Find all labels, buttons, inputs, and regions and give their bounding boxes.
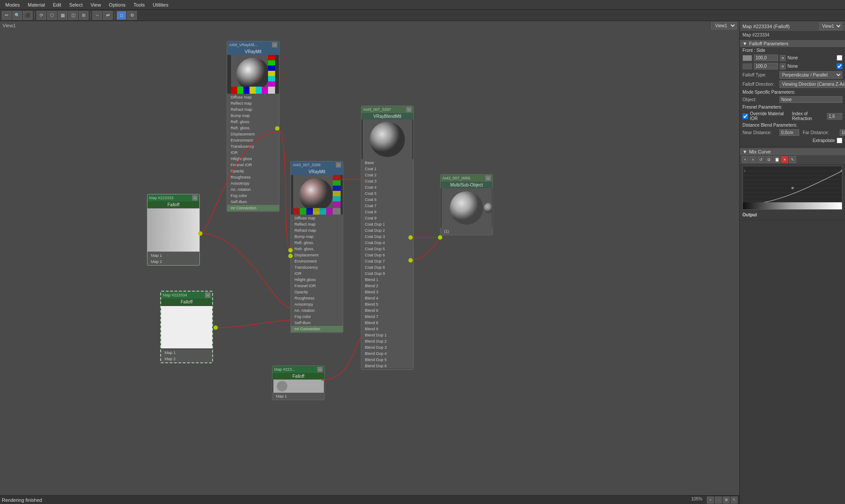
slot-an-rotation-1[interactable]: An. rotation [227, 186, 279, 193]
slot-coat1[interactable]: Coat 1 [361, 166, 413, 172]
slot-coat9[interactable]: Coat 9 [361, 215, 413, 221]
slot-anisotropy-1[interactable]: Anisotropy [227, 180, 279, 186]
slot-blend5[interactable]: Blend 5 [361, 301, 413, 307]
mix-curve-area[interactable]: 1 0 [742, 166, 842, 210]
slot-refract-map-2[interactable]: Refract map [291, 227, 343, 234]
menu-modes[interactable]: Modes [2, 1, 23, 8]
slot-coat3[interactable]: Coat 3 [361, 178, 413, 184]
slot-coat-dup4[interactable]: Coat Dup 4 [361, 240, 413, 246]
node-blendmtl[interactable]: AI43_007_0297 ─ VRayBlendMtl [361, 106, 414, 370]
node-falloff2[interactable]: Map #223334 ─ Falloff Map 1 Map 2 [160, 291, 213, 363]
mix-curve-header[interactable]: ▼ Mix Curve [740, 148, 845, 155]
slot-displacement-2[interactable]: Displacement [291, 252, 343, 258]
slot-blend1[interactable]: Blend 1 [361, 277, 413, 283]
slot-blend-dup3[interactable]: Blend Dup 3 [361, 344, 413, 351]
slot-base[interactable]: Base [361, 160, 413, 166]
slot-hilight-gloss-2[interactable]: Hilight gloss [291, 277, 343, 283]
slot-map2-f2[interactable]: Map 2 [161, 356, 212, 362]
curve-reset-btn[interactable]: ↺ [757, 156, 764, 163]
curve-copy-btn[interactable]: ⧉ [765, 156, 772, 163]
slot-coat-dup3[interactable]: Coat Dup 3 [361, 234, 413, 240]
cursor-btn[interactable]: ↖ [731, 497, 738, 504]
node-multisubobj-minimize[interactable]: ─ [485, 175, 491, 181]
menu-edit[interactable]: Edit [49, 1, 65, 8]
slot-blend-dup6[interactable]: Blend Dup 6 [361, 363, 413, 369]
slot-coat8[interactable]: Coat 8 [361, 209, 413, 215]
slot-bump-map-1[interactable]: Bump map [227, 113, 279, 119]
toolbar-btn-2[interactable]: 🔍 [12, 11, 22, 20]
slot-coat-dup5[interactable]: Coat Dup 5 [361, 246, 413, 252]
node-falloff2-minimize[interactable]: ─ [205, 292, 210, 298]
slot-self-illum-1[interactable]: Self-illum [227, 199, 279, 205]
slot-refl-gloss-1[interactable]: Refl. gloss. [227, 119, 279, 125]
slot-map1-f3[interactable]: Map 1 [272, 393, 324, 399]
slot-map1-f1[interactable]: Map 1 [147, 252, 199, 259]
slot-roughness-2[interactable]: Roughness [291, 295, 343, 301]
curve-paste-btn[interactable]: 📋 [773, 156, 780, 163]
toolbar-btn-12[interactable]: ⚙ [127, 11, 137, 20]
menu-view[interactable]: View [87, 1, 105, 8]
curve-add-btn[interactable]: + [742, 156, 749, 163]
menu-material[interactable]: Material [24, 1, 48, 8]
zoom-out-btn[interactable]: - [715, 497, 722, 504]
view-select[interactable]: View1 [819, 22, 842, 30]
slot-coat-dup8[interactable]: Coat Dup 8 [361, 264, 413, 270]
slot-an-rotation-2[interactable]: An. rotation [291, 307, 343, 314]
slot-fog-color-2[interactable]: Fog color [291, 314, 343, 320]
slot-blend6[interactable]: Blend 6 [361, 307, 413, 314]
slot-refract-map-1[interactable]: Refract map [227, 106, 279, 113]
slot-roughness-1[interactable]: Roughness [227, 174, 279, 180]
slot-coat-dup9[interactable]: Coat Dup 9 [361, 270, 413, 277]
menu-utilities[interactable]: Utilities [149, 1, 172, 8]
curve-edit-btn[interactable]: ✎ [789, 156, 796, 163]
grid-btn[interactable]: ⊞ [723, 497, 730, 504]
slot-environment-2[interactable]: Environment [291, 258, 343, 264]
toolbar-btn-8[interactable]: ⊞ [79, 11, 88, 20]
slot-reflect-map-1[interactable]: Reflect map [227, 100, 279, 106]
toolbar-btn-5[interactable]: ⬡ [47, 11, 57, 20]
slot-coat6[interactable]: Coat 6 [361, 197, 413, 203]
slot-mr-connection-1[interactable]: mr Connection [227, 205, 279, 211]
far-dist-input[interactable] [840, 129, 845, 136]
toolbar-btn-11[interactable]: □ [117, 11, 126, 20]
zoom-in-btn[interactable]: + [707, 497, 714, 504]
toolbar-btn-1[interactable]: ✏ [2, 11, 11, 20]
slot-diffuse-map-2[interactable]: Diffuse map [291, 215, 343, 221]
falloff-params-header[interactable]: ▼ Falloff Parameters [740, 40, 845, 47]
curve-x-btn[interactable]: × [781, 156, 788, 163]
curve-delete-btn[interactable]: × [749, 156, 757, 163]
slot-coat-dup2[interactable]: Coat Dup 2 [361, 227, 413, 234]
slot-coat-dup7[interactable]: Coat Dup 7 [361, 258, 413, 264]
object-input[interactable] [779, 96, 842, 103]
slot-blend8[interactable]: Blend 8 [361, 320, 413, 326]
checkbox-2[interactable] [837, 63, 842, 69]
override-mtl-checkbox[interactable] [742, 113, 748, 119]
slot-blend3[interactable]: Blend 3 [361, 289, 413, 295]
slot-bump-map-2[interactable]: Bump map [291, 234, 343, 240]
slot-coat5[interactable]: Coat 5 [361, 190, 413, 197]
extrapolate-checkbox[interactable] [837, 138, 842, 143]
slot-coat4[interactable]: Coat 4 [361, 184, 413, 190]
value-input-1[interactable] [754, 55, 778, 61]
slot-multisubobj-1[interactable]: (1) [441, 228, 492, 234]
slot-blend-dup2[interactable]: Blend Dup 2 [361, 338, 413, 344]
node-falloff1[interactable]: Map #223333 ─ Falloff Map 1 [147, 194, 200, 266]
node-vraymtl2-minimize[interactable]: ─ [336, 162, 341, 168]
slot-self-illum-2[interactable]: Self-illum [291, 320, 343, 326]
slot-blend9[interactable]: Blend 9 [361, 326, 413, 332]
spinner-btn-2[interactable]: ≡ [780, 63, 786, 69]
slot-hilight-gloss-1[interactable]: Hilight gloss [227, 156, 279, 162]
toolbar-btn-4[interactable]: ⟳ [37, 11, 46, 20]
color-swatch-2[interactable] [742, 63, 752, 69]
slot-mr-connection-2[interactable]: mr Connection [291, 326, 343, 332]
node-vraymtl1[interactable]: AI09_VRayMtl... ─ VRayMtl [227, 41, 279, 212]
slot-coat-dup1[interactable]: Coat Dup 1 [361, 221, 413, 227]
color-swatch-1[interactable] [742, 55, 752, 61]
toolbar-btn-7[interactable]: ◫ [68, 11, 78, 20]
node-vraymtl1-minimize[interactable]: ─ [272, 42, 277, 47]
toolbar-btn-9[interactable]: ↔ [92, 11, 102, 20]
slot-fresnel-ior-2[interactable]: Fresnel IOR [291, 283, 343, 289]
menu-select[interactable]: Select [66, 1, 86, 8]
slot-refr-gloss-1[interactable]: Refr. gloss. [227, 125, 279, 131]
slot-displacement-1[interactable]: Displacement [227, 131, 279, 137]
